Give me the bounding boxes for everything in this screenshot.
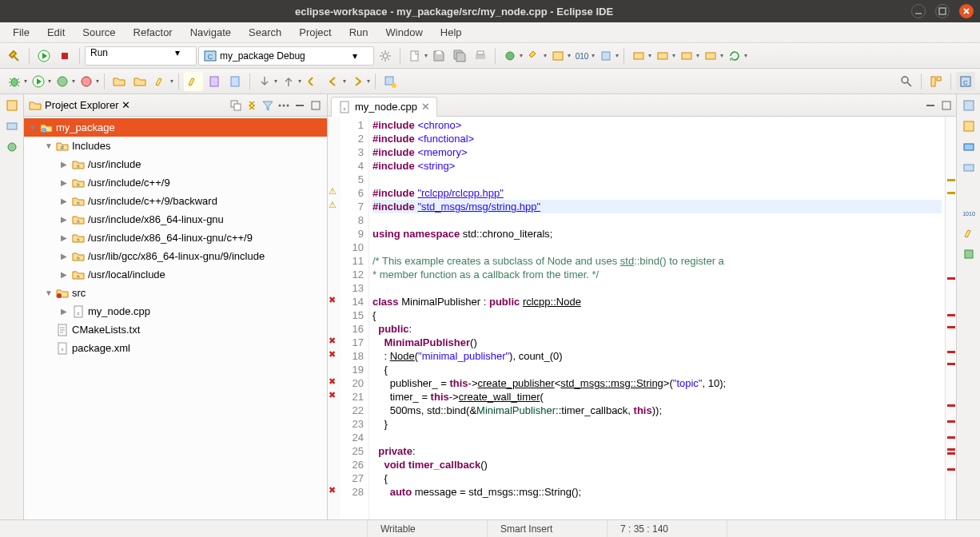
build-tools-hammer-icon[interactable] <box>524 46 544 66</box>
new-icon[interactable] <box>405 46 424 66</box>
menu-navigate[interactable]: Navigate <box>182 24 239 41</box>
collapse-all-icon[interactable] <box>229 99 242 112</box>
trim-r5-icon[interactable] <box>962 227 975 240</box>
editor-tab[interactable]: c my_node.cpp ✕ <box>331 97 437 117</box>
search-file-icon[interactable] <box>151 72 170 91</box>
filter-icon[interactable] <box>261 99 274 112</box>
profile-icon[interactable] <box>77 72 96 91</box>
code-editor[interactable]: ⚠⚠✖✖✖✖✖✖ 1 2 3 4 5 6 7 8 9 10 11 12 13 1… <box>328 117 956 519</box>
close-button[interactable] <box>959 4 974 18</box>
tree-src-file[interactable]: c my_node.cpp <box>24 302 327 320</box>
launch-settings-gear-icon[interactable] <box>376 46 395 66</box>
tool8-icon[interactable] <box>677 46 696 66</box>
minimize-editor-icon[interactable] <box>924 99 937 112</box>
open-type-icon[interactable] <box>130 72 149 91</box>
maximize-view-icon[interactable] <box>309 99 322 112</box>
menu-help[interactable]: Help <box>432 24 470 41</box>
view-menu-icon[interactable] <box>277 99 290 112</box>
build-hammer-icon[interactable] <box>5 46 24 66</box>
outline-view-icon[interactable] <box>962 99 975 112</box>
tree-include-path[interactable]: h/usr/include/c++/9/backward <box>24 192 327 210</box>
trim-r3-icon[interactable] <box>962 161 975 174</box>
save-icon[interactable] <box>429 46 448 66</box>
close-tab-icon[interactable]: ✕ <box>421 101 430 113</box>
back-icon[interactable] <box>324 72 343 91</box>
trim-r2-icon[interactable] <box>962 141 975 153</box>
menu-project[interactable]: Project <box>291 24 339 41</box>
run-play-icon[interactable] <box>29 72 48 91</box>
trim-r1-icon[interactable] <box>962 120 975 133</box>
trim-r6-icon[interactable] <box>962 248 975 261</box>
menu-file[interactable]: File <box>5 24 38 41</box>
open-perspective-icon[interactable] <box>926 72 946 91</box>
tree-include-path[interactable]: h/usr/local/include <box>24 265 327 284</box>
svg-rect-62 <box>964 165 974 171</box>
cpp-perspective-icon[interactable]: C <box>956 72 975 91</box>
coverage-icon[interactable] <box>53 72 72 91</box>
trim-icon-1[interactable] <box>6 120 18 133</box>
forward-icon[interactable] <box>348 72 367 91</box>
tree-include-path[interactable]: h/usr/lib/gcc/x86_64-linux-gnu/9/include <box>24 247 327 265</box>
tree-include-path[interactable]: h/usr/include/x86_64-linux-gnu/c++/9 <box>24 229 327 247</box>
open-folder-icon[interactable] <box>110 72 129 91</box>
maximize-button[interactable] <box>935 4 950 18</box>
next-annotation-icon[interactable] <box>255 72 274 91</box>
run-mode-select[interactable]: Run ▾ <box>85 46 197 66</box>
trim-icon-2[interactable] <box>6 141 18 153</box>
tool5-icon[interactable] <box>596 46 615 66</box>
tree-label: /usr/include/c++/9 <box>88 177 170 189</box>
menu-source[interactable]: Source <box>74 24 123 41</box>
trim-r4-icon[interactable]: 1010 <box>962 206 975 219</box>
run-button[interactable] <box>34 46 54 66</box>
tree-include-path[interactable]: h/usr/include/c++/9 <box>24 173 327 192</box>
tree-include-path[interactable]: h/usr/include <box>24 155 327 173</box>
toggle-mark-icon[interactable] <box>184 72 203 91</box>
menu-search[interactable]: Search <box>241 24 289 41</box>
tree-file[interactable]: x package.xml <box>24 339 327 357</box>
overview-ruler[interactable] <box>945 117 956 519</box>
window-title: eclipse-workspace - my_package/src/my_no… <box>6 6 902 18</box>
svg-rect-14 <box>634 53 643 59</box>
bookmark-icon[interactable] <box>225 72 245 91</box>
tool1-icon[interactable] <box>500 46 520 66</box>
minimize-view-icon[interactable] <box>293 99 306 112</box>
tree-file[interactable]: CMakeLists.txt <box>24 320 327 339</box>
tree-label: my_node.cpp <box>88 305 150 317</box>
tool6-icon[interactable] <box>629 46 648 66</box>
tool3-icon[interactable] <box>548 46 568 66</box>
annotation-ruler[interactable]: ⚠⚠✖✖✖✖✖✖ <box>328 117 341 519</box>
refresh-icon[interactable] <box>725 46 744 66</box>
save-all-icon[interactable] <box>450 46 469 66</box>
stop-button[interactable] <box>55 46 74 66</box>
tool9-icon[interactable] <box>701 46 720 66</box>
menu-edit[interactable]: Edit <box>39 24 73 41</box>
editor-tab-label: my_node.cpp <box>355 101 417 113</box>
link-editor-icon[interactable] <box>245 99 258 112</box>
debug-bug-icon[interactable] <box>5 72 24 91</box>
restore-view-icon[interactable] <box>6 99 18 112</box>
prev-annotation-icon[interactable] <box>279 72 298 91</box>
tree-src-folder[interactable]: src <box>24 284 327 302</box>
tool7-icon[interactable] <box>653 46 672 66</box>
maximize-editor-icon[interactable] <box>940 99 953 112</box>
print-icon[interactable] <box>471 46 490 66</box>
project-tree[interactable]: C my_package # Includes h/usr/includeh/u… <box>24 117 327 519</box>
menu-run[interactable]: Run <box>341 24 376 41</box>
menu-window[interactable]: Window <box>378 24 431 41</box>
pin-editor-icon[interactable] <box>380 72 400 91</box>
launch-config-select[interactable]: C my_package Debug ▾ <box>198 46 374 66</box>
tree-label: /usr/include/c++/9/backward <box>88 195 217 207</box>
titlebar: eclipse-workspace - my_package/src/my_no… <box>0 0 980 22</box>
menu-refactor[interactable]: Refactor <box>125 24 181 41</box>
tool4-icon[interactable]: 010 <box>572 46 592 66</box>
minimize-button[interactable] <box>911 4 926 18</box>
task-icon[interactable] <box>205 72 224 91</box>
tree-include-path[interactable]: h/usr/include/x86_64-linux-gnu <box>24 210 327 229</box>
view-header: Project Explorer ✕ <box>24 94 327 117</box>
last-edit-icon[interactable] <box>303 72 322 91</box>
svg-rect-60 <box>964 121 974 131</box>
tree-includes[interactable]: # Includes <box>24 137 327 155</box>
tree-project-root[interactable]: C my_package <box>24 118 327 137</box>
quick-access-search-icon[interactable] <box>897 72 916 91</box>
code-content[interactable]: #include <chrono> #include <functional> … <box>369 117 945 519</box>
